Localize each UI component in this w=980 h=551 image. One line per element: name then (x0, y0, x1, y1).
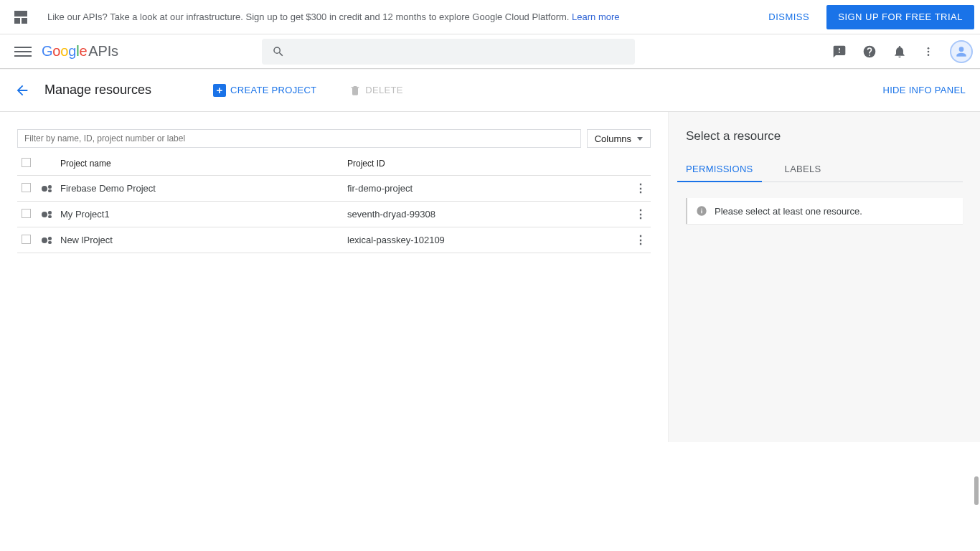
trash-icon (349, 85, 361, 96)
account-avatar[interactable] (950, 40, 973, 63)
page-header: Manage resources + CREATE PROJECT DELETE… (0, 69, 980, 112)
page-title: Manage resources (44, 83, 151, 98)
project-name-cell[interactable]: My Project1 (56, 202, 343, 227)
project-icon (42, 237, 52, 244)
columns-label: Columns (595, 133, 631, 144)
svg-point-0 (928, 47, 930, 50)
menu-icon[interactable] (14, 43, 32, 60)
row-more-icon[interactable]: ⋮ (635, 234, 646, 246)
person-icon (954, 44, 969, 59)
google-apis-logo[interactable]: GoogleAPIs (42, 43, 118, 60)
tab-permissions[interactable]: PERMISSIONS (686, 164, 753, 182)
row-checkbox[interactable] (22, 235, 31, 244)
info-panel: Select a resource PERMISSIONS LABELS Ple… (668, 112, 980, 442)
notifications-icon[interactable] (892, 44, 907, 59)
project-icon (42, 211, 52, 218)
info-panel-tabs: PERMISSIONS LABELS (686, 164, 963, 182)
columns-button[interactable]: Columns (587, 129, 651, 148)
info-message-text: Please select at least one resource. (715, 206, 862, 217)
promo-banner: Like our APIs? Take a look at our infras… (0, 0, 980, 34)
create-project-label: CREATE PROJECT (230, 85, 316, 95)
hide-info-panel-button[interactable]: HIDE INFO PANEL (882, 85, 966, 95)
signup-trial-button[interactable]: SIGN UP FOR FREE TRIAL (826, 5, 974, 29)
table-row: My Project1 seventh-dryad-99308 ⋮ (17, 202, 651, 227)
main-panel: Columns Project name Project ID Firebase (0, 112, 668, 442)
svg-point-2 (928, 54, 930, 56)
info-message: Please select at least one resource. (686, 198, 963, 224)
delete-label: DELETE (365, 85, 402, 95)
promo-learn-more-link[interactable]: Learn more (572, 11, 619, 22)
tab-labels[interactable]: LABELS (785, 164, 821, 182)
select-all-checkbox[interactable] (22, 158, 31, 167)
svg-point-1 (928, 50, 930, 52)
table-row: Firebase Demo Project fir-demo-project ⋮ (17, 176, 651, 202)
row-more-icon[interactable]: ⋮ (635, 182, 646, 194)
search-icon (272, 45, 285, 58)
promo-text: Like our APIs? Take a look at our infras… (47, 11, 757, 22)
column-header-project-id[interactable]: Project ID (343, 152, 629, 176)
row-checkbox[interactable] (22, 183, 31, 192)
row-more-icon[interactable]: ⋮ (635, 208, 646, 220)
table-row: New lProject lexical-passkey-102109 ⋮ (17, 227, 651, 253)
delete-button: DELETE (342, 85, 410, 96)
app-bar: GoogleAPIs (0, 34, 980, 69)
back-arrow-icon[interactable] (14, 83, 30, 98)
column-header-project-name[interactable]: Project name (56, 152, 343, 176)
search-input[interactable] (292, 46, 625, 57)
project-name-cell[interactable]: New lProject (56, 227, 343, 253)
project-id-cell: seventh-dryad-99308 (343, 202, 629, 227)
more-vert-icon[interactable] (923, 44, 934, 59)
dismiss-button[interactable]: DISMISS (757, 11, 821, 22)
project-name-cell[interactable]: Firebase Demo Project (56, 176, 343, 202)
caret-down-icon (637, 137, 643, 141)
plus-icon: + (213, 84, 226, 97)
projects-table: Project name Project ID Firebase Demo Pr… (17, 152, 651, 253)
search-box[interactable] (262, 39, 635, 65)
filter-input[interactable] (17, 129, 581, 148)
alert-bubble-icon[interactable] (832, 44, 847, 59)
help-icon[interactable] (862, 44, 877, 59)
create-project-button[interactable]: + CREATE PROJECT (206, 84, 324, 97)
info-panel-title: Select a resource (686, 129, 963, 143)
project-id-cell: fir-demo-project (343, 176, 629, 202)
gift-icon (14, 11, 27, 24)
row-checkbox[interactable] (22, 209, 31, 218)
info-icon (696, 205, 707, 217)
project-icon (42, 185, 52, 192)
project-id-cell: lexical-passkey-102109 (343, 227, 629, 253)
